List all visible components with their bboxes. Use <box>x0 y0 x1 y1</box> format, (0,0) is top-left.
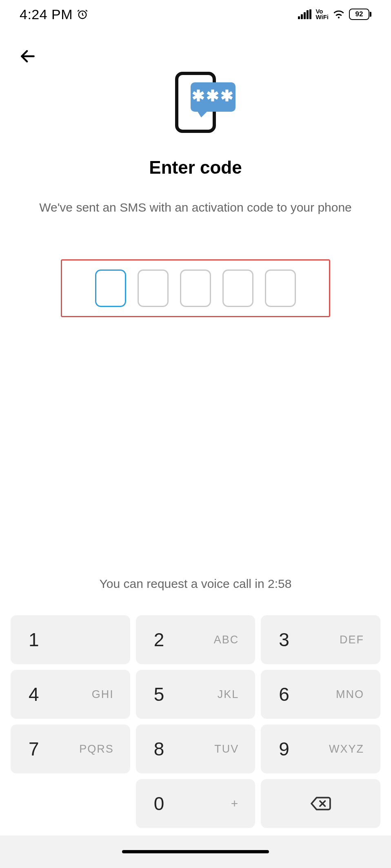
system-navigation-bar <box>0 835 391 868</box>
code-digit-5[interactable] <box>265 269 296 307</box>
wifi-icon <box>333 8 345 20</box>
code-digit-2[interactable] <box>138 269 169 307</box>
page-title: Enter code <box>149 157 242 178</box>
arrow-left-icon <box>19 47 37 65</box>
status-bar: 4:24 PM Vo WiFi 92 <box>0 0 391 29</box>
phone-sms-icon: ✱✱✱ <box>175 72 216 133</box>
key-1[interactable]: 1 <box>11 615 130 664</box>
gesture-bar[interactable] <box>122 850 269 853</box>
numeric-keypad: 1 2ABC 3DEF 4GHI 5JKL 6MNO 7PQRS 8TUV 9W… <box>0 615 391 828</box>
key-3[interactable]: 3DEF <box>261 615 380 664</box>
key-8[interactable]: 8TUV <box>136 724 255 773</box>
backspace-icon <box>311 796 331 811</box>
back-button[interactable] <box>16 45 39 68</box>
key-9[interactable]: 9WXYZ <box>261 724 380 773</box>
key-2[interactable]: 2ABC <box>136 615 255 664</box>
key-7[interactable]: 7PQRS <box>11 724 130 773</box>
code-digit-4[interactable] <box>222 269 253 307</box>
battery-icon: 92 <box>349 9 371 20</box>
signal-icon <box>298 9 311 19</box>
key-6[interactable]: 6MNO <box>261 670 380 719</box>
key-backspace[interactable] <box>261 779 380 828</box>
alarm-icon <box>77 9 88 20</box>
key-empty <box>11 779 130 828</box>
page-subtitle: We've sent an SMS with an activation cod… <box>23 201 368 214</box>
code-digit-3[interactable] <box>180 269 211 307</box>
code-digit-1[interactable] <box>95 269 126 307</box>
key-5[interactable]: 5JKL <box>136 670 255 719</box>
key-4[interactable]: 4GHI <box>11 670 130 719</box>
status-time: 4:24 PM <box>20 7 73 22</box>
vowifi-icon: Vo WiFi <box>315 9 329 20</box>
code-input-container[interactable] <box>61 259 330 317</box>
key-0[interactable]: 0+ <box>136 779 255 828</box>
request-voice-call-text: You can request a voice call in 2:58 <box>0 577 391 591</box>
